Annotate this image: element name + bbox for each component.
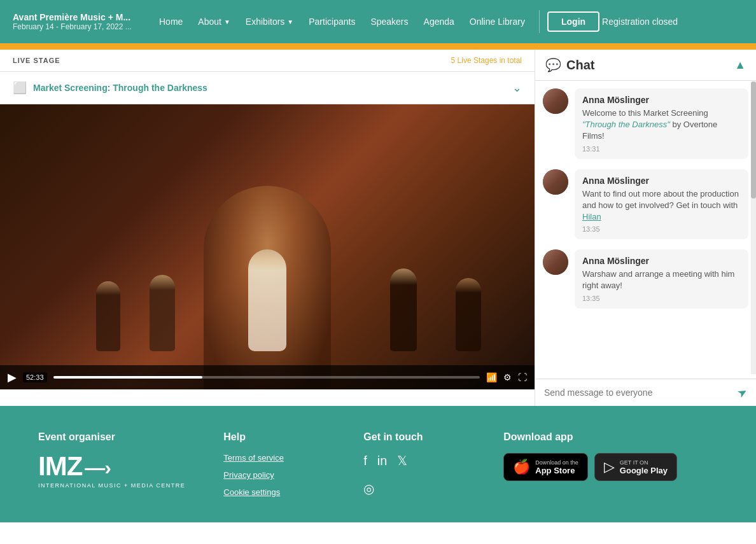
app-store-button[interactable]: 🍎 Download on the App Store xyxy=(503,453,588,481)
terms-of-service-link[interactable]: Terms of service xyxy=(223,453,325,463)
nav-item-agenda[interactable]: Agenda xyxy=(417,11,461,32)
google-play-large-label: Google Play xyxy=(620,466,668,475)
avatar xyxy=(543,88,568,114)
footer-contact-heading: Get in touch xyxy=(363,431,465,443)
footer-organiser: Event organiser IMZ —› INTERNATIONAL MUS… xyxy=(38,431,185,490)
imz-arrow-icon: —› xyxy=(85,457,111,478)
twitter-icon[interactable]: 𝕏 xyxy=(397,453,407,468)
chat-msg-time: 13:35 xyxy=(582,295,741,302)
scroll-track xyxy=(751,81,756,374)
avatar xyxy=(543,249,568,275)
chat-messages: Anna Möslinger Welcome to this Market Sc… xyxy=(535,81,756,379)
header: Avant Première Music + M... February 14 … xyxy=(0,0,756,43)
linkedin-icon[interactable]: in xyxy=(377,454,388,468)
chat-panel: 💬 Chat ▲ Anna Möslinger Welcome to this … xyxy=(535,50,756,406)
screening-dropdown[interactable]: ⬜ Market Screening: Through the Darkness… xyxy=(0,72,535,104)
privacy-policy-link[interactable]: Privacy policy xyxy=(223,470,325,480)
chat-header: 💬 Chat ▲ xyxy=(535,50,756,81)
progress-bar[interactable] xyxy=(53,376,480,379)
brand-date: February 14 - February 17, 2022 ... xyxy=(13,22,140,31)
instagram-icon[interactable]: ◎ xyxy=(363,482,374,496)
social-icons-row: f in 𝕏 xyxy=(363,453,465,468)
play-button[interactable]: ▶ xyxy=(8,370,17,384)
footer-download-heading: Download app xyxy=(503,431,677,443)
chat-message: Anna Möslinger Warshaw and arrange a mee… xyxy=(543,249,748,308)
nav-item-online-library[interactable]: Online Library xyxy=(463,11,531,32)
chat-collapse-button[interactable]: ▲ xyxy=(734,59,746,72)
chat-send-button[interactable]: ➤ xyxy=(735,384,750,401)
google-play-small-label: GET IT ON xyxy=(620,459,668,466)
nav-item-exhibitors[interactable]: Exhibitors ▼ xyxy=(239,11,300,32)
chat-input-area: ➤ xyxy=(535,379,756,406)
chat-msg-author: Anna Möslinger xyxy=(582,95,741,105)
chat-msg-text: Welcome to this Market Screening "Throug… xyxy=(582,108,741,143)
scroll-thumb xyxy=(751,81,756,199)
left-panel: LIVE STAGE 5 Live Stages in total ⬜ Mark… xyxy=(0,50,535,406)
main-content: LIVE STAGE 5 Live Stages in total ⬜ Mark… xyxy=(0,50,756,406)
chat-msg-author: Anna Möslinger xyxy=(582,176,741,186)
live-stage-label: LIVE STAGE xyxy=(13,57,60,64)
video-timestamp: 52:33 xyxy=(23,372,47,382)
chevron-down-icon: ▼ xyxy=(287,18,293,25)
orange-banner xyxy=(0,43,756,50)
app-store-buttons: 🍎 Download on the App Store ▷ GET IT ON … xyxy=(503,453,677,481)
footer-download: Download app 🍎 Download on the App Store… xyxy=(503,431,677,481)
apple-icon: 🍎 xyxy=(513,459,530,475)
chat-message-input[interactable] xyxy=(544,387,731,398)
facebook-icon[interactable]: f xyxy=(363,454,367,468)
brand: Avant Première Music + M... February 14 … xyxy=(13,12,140,31)
chat-msg-time: 13:31 xyxy=(582,145,741,153)
main-nav: Home About ▼ Exhibitors ▼ Participants S… xyxy=(153,10,743,33)
chat-msg-text: Want to find out more about the producti… xyxy=(582,188,741,223)
video-scene xyxy=(0,104,535,389)
screening-title: Market Screening: Through the Darkness xyxy=(33,83,207,93)
live-stages-count: 5 Live Stages in total xyxy=(451,56,522,65)
chat-message: Anna Möslinger Want to find out more abo… xyxy=(543,169,748,240)
volume-icon[interactable]: 📶 xyxy=(486,372,497,382)
footer-contact: Get in touch f in 𝕏 ◎ xyxy=(363,431,465,496)
brand-title: Avant Première Music + M... xyxy=(13,12,140,22)
performer-figure-center xyxy=(248,249,286,351)
app-store-small-label: Download on the xyxy=(535,459,578,466)
performer-figure xyxy=(390,269,417,351)
video-player: ▶ 52:33 📶 ⚙ ⛶ xyxy=(0,104,535,389)
chat-title: Chat xyxy=(566,58,594,73)
chat-icon: 💬 xyxy=(545,57,561,73)
google-play-icon: ▷ xyxy=(604,459,615,475)
monitor-icon: ⬜ xyxy=(13,81,27,95)
footer-help-heading: Help xyxy=(223,431,325,443)
chat-link[interactable]: Hilan xyxy=(582,212,601,221)
footer-help: Help Terms of service Privacy policy Coo… xyxy=(223,431,325,497)
imz-subtitle: INTERNATIONAL MUSIC + MEDIA CENTRE xyxy=(38,482,185,490)
nav-divider xyxy=(539,10,540,33)
performer-figure xyxy=(96,281,120,351)
progress-bar-fill xyxy=(53,376,203,379)
performer-figure xyxy=(456,278,481,351)
footer-organiser-heading: Event organiser xyxy=(38,431,185,443)
chat-msg-author: Anna Möslinger xyxy=(582,256,741,266)
live-stage-bar: LIVE STAGE 5 Live Stages in total xyxy=(0,50,535,72)
right-panel-wrapper: 💬 Chat ▲ Anna Möslinger Welcome to this … xyxy=(535,50,756,406)
chat-message: Anna Möslinger Welcome to this Market Sc… xyxy=(543,88,748,159)
chevron-down-icon: ▼ xyxy=(224,18,230,25)
chat-msg-time: 13:35 xyxy=(582,225,741,233)
nav-item-participants[interactable]: Participants xyxy=(302,11,361,32)
cookie-settings-link[interactable]: Cookie settings xyxy=(223,487,325,497)
nav-item-speakers[interactable]: Speakers xyxy=(364,11,414,32)
imz-logo: IMZ —› INTERNATIONAL MUSIC + MEDIA CENTR… xyxy=(38,453,185,490)
registration-status: Registration closed xyxy=(602,17,678,27)
footer: Event organiser IMZ —› INTERNATIONAL MUS… xyxy=(0,406,756,522)
performer-figure xyxy=(150,275,175,351)
fullscreen-icon[interactable]: ⛶ xyxy=(518,372,527,382)
avatar xyxy=(543,169,568,195)
nav-item-home[interactable]: Home xyxy=(153,11,189,32)
chevron-down-icon: ⌄ xyxy=(512,81,522,95)
nav-item-about[interactable]: About ▼ xyxy=(192,11,237,32)
settings-icon[interactable]: ⚙ xyxy=(503,372,512,382)
chat-msg-text: Warshaw and arrange a meeting with him r… xyxy=(582,269,741,291)
login-button[interactable]: Login xyxy=(547,11,599,32)
video-controls: ▶ 52:33 📶 ⚙ ⛶ xyxy=(0,365,535,389)
app-store-large-label: App Store xyxy=(535,466,578,475)
google-play-button[interactable]: ▷ GET IT ON Google Play xyxy=(594,453,677,481)
